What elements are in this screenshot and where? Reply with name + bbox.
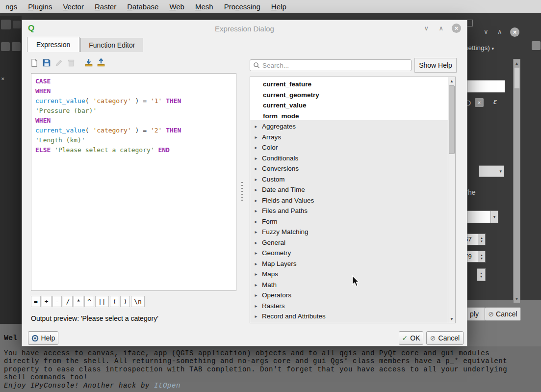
expand-arrow-icon[interactable]: ▸ <box>250 156 262 161</box>
function-group-arrays[interactable]: ▸Arrays <box>250 132 448 143</box>
menu-item-processing[interactable]: Processing <box>219 1 266 12</box>
scroll-up-icon[interactable]: ▲ <box>514 59 520 67</box>
expand-arrow-icon[interactable]: ▸ <box>250 177 262 182</box>
close-icon[interactable]: × <box>452 24 461 33</box>
dialog-titlebar[interactable]: Q Expression Dialog ∨ ∧ × <box>22 20 467 37</box>
expand-arrow-icon[interactable]: ▸ <box>250 271 262 277</box>
menu-item-vector[interactable]: Vector <box>57 1 89 12</box>
plugin-icon[interactable] <box>532 41 541 50</box>
tool-icon[interactable] <box>12 42 21 51</box>
expand-arrow-icon[interactable]: ▸ <box>250 303 262 309</box>
function-group-maps[interactable]: ▸Maps <box>250 269 448 280</box>
help-button[interactable]: Help <box>28 331 58 345</box>
ok-button[interactable]: ✓ OK <box>399 331 423 345</box>
operator-button-+[interactable]: + <box>42 296 52 307</box>
function-group-color[interactable]: ▸Color <box>250 142 448 153</box>
panel-splitter[interactable] <box>241 182 243 202</box>
scroll-down-icon[interactable]: ▼ <box>514 295 520 303</box>
bg-cancel-button[interactable]: ⊘Cancel <box>485 307 521 321</box>
expand-arrow-icon[interactable]: ▸ <box>250 166 262 171</box>
operator-button-)[interactable]: ) <box>120 296 130 307</box>
shade-icon[interactable]: ∨ <box>424 25 429 32</box>
function-group-string[interactable]: ▸String <box>250 322 448 324</box>
import-expression-button[interactable] <box>83 57 94 68</box>
tool-icon[interactable] <box>1 20 11 29</box>
unshade-icon[interactable]: ∧ <box>438 25 443 32</box>
function-group-operators[interactable]: ▸Operators <box>250 290 448 301</box>
search-box[interactable] <box>250 59 412 71</box>
spinner-arrows-icon[interactable]: ▴▾ <box>478 234 485 245</box>
bg-maximize-icon[interactable]: ∧ <box>497 28 502 35</box>
delete-expression-button[interactable] <box>66 57 77 68</box>
expand-arrow-icon[interactable]: ▸ <box>250 124 262 129</box>
expand-arrow-icon[interactable]: ▸ <box>250 240 262 245</box>
tab-expression[interactable]: Expression <box>27 37 79 52</box>
function-group-conversions[interactable]: ▸Conversions <box>250 163 448 174</box>
console-signature-link[interactable]: ItOpen <box>154 382 180 390</box>
spinner-arrows-icon[interactable]: ▴▾ <box>477 268 486 281</box>
scroll-down-icon[interactable]: ▼ <box>448 315 455 323</box>
export-expression-button[interactable] <box>96 57 106 68</box>
operator-button-^[interactable]: ^ <box>84 296 94 307</box>
bg-combo-box[interactable]: ▾ <box>479 165 504 177</box>
tool-icon[interactable] <box>13 21 21 28</box>
function-group-fuzzy-matching[interactable]: ▸Fuzzy Matching <box>250 227 448 237</box>
bg-minimize-icon[interactable]: ∨ <box>484 28 489 35</box>
chevron-down-icon[interactable]: ▾ <box>490 211 498 223</box>
menu-item-ngs[interactable]: ngs <box>0 1 23 12</box>
function-group-fields-and-values[interactable]: ▸Fields and Values <box>250 195 448 206</box>
function-group-record-and-attributes[interactable]: ▸Record and Attributes <box>250 311 448 322</box>
operator-button-/[interactable]: / <box>63 296 73 307</box>
function-group-general[interactable]: ▸General <box>250 237 448 248</box>
show-help-button[interactable]: Show Help <box>414 58 457 73</box>
expand-arrow-icon[interactable]: ▸ <box>250 145 262 150</box>
save-expression-button[interactable] <box>41 57 52 68</box>
menu-item-help[interactable]: Help <box>266 1 292 12</box>
expand-arrow-icon[interactable]: ▸ <box>250 292 262 298</box>
expand-arrow-icon[interactable]: ▸ <box>250 208 262 213</box>
new-expression-button[interactable] <box>29 57 40 68</box>
function-group-conditionals[interactable]: ▸Conditionals <box>250 153 448 164</box>
operator-button-\n[interactable]: \n <box>131 296 145 307</box>
expression-epsilon-button[interactable]: ε <box>493 97 497 106</box>
expand-arrow-icon[interactable]: ▸ <box>250 134 262 140</box>
expand-arrow-icon[interactable]: ▸ <box>250 314 262 319</box>
bg-scrollbar[interactable]: ▲ ▼ <box>513 59 520 303</box>
menu-item-raster[interactable]: Raster <box>89 1 122 12</box>
function-group-map-layers[interactable]: ▸Map Layers <box>250 259 448 269</box>
function-group-math[interactable]: ▸Math <box>250 280 448 290</box>
operator-button--[interactable]: - <box>52 296 62 307</box>
tab-function-editor[interactable]: Function Editor <box>80 38 143 52</box>
clear-icon[interactable]: × <box>475 98 484 107</box>
expand-arrow-icon[interactable]: ▸ <box>250 187 262 192</box>
edit-expression-button[interactable] <box>53 57 64 68</box>
scrollbar-thumb[interactable] <box>514 67 520 89</box>
expand-arrow-icon[interactable]: ▸ <box>250 250 262 256</box>
operator-button-||[interactable]: || <box>95 296 109 307</box>
function-group-files-and-paths[interactable]: ▸Files and Paths <box>250 206 448 216</box>
scroll-up-icon[interactable]: ▲ <box>448 77 455 85</box>
menu-item-plugins[interactable]: Plugins <box>23 1 57 12</box>
function-item-current-value[interactable]: current_value <box>250 100 448 111</box>
menu-item-database[interactable]: Database <box>122 1 164 12</box>
expand-arrow-icon[interactable]: ▸ <box>250 229 262 235</box>
spinner-arrows-icon[interactable]: ▴▾ <box>478 251 485 262</box>
expand-arrow-icon[interactable]: ▸ <box>250 219 262 224</box>
menu-item-web[interactable]: Web <box>164 1 190 12</box>
operator-button-=[interactable]: = <box>31 296 41 307</box>
expand-arrow-icon[interactable]: ▸ <box>250 261 262 266</box>
function-group-date-and-time[interactable]: ▸Date and Time <box>250 184 448 195</box>
menu-item-mesh[interactable]: Mesh <box>190 1 219 12</box>
expand-arrow-icon[interactable]: ▸ <box>250 282 262 287</box>
operator-button-([interactable]: ( <box>110 296 120 307</box>
function-group-custom[interactable]: ▸Custom <box>250 174 448 185</box>
function-group-rasters[interactable]: ▸Rasters <box>250 301 448 312</box>
scrollbar-thumb[interactable] <box>449 85 455 154</box>
function-group-form[interactable]: ▸Form <box>250 216 448 227</box>
function-list-scrollbar[interactable]: ▲ ▼ <box>448 77 455 323</box>
expression-editor[interactable]: CASEWHENcurrent_value( 'category' ) = '1… <box>31 73 236 291</box>
function-item-current-geometry[interactable]: current_geometry <box>250 90 448 101</box>
tool-icon[interactable] <box>1 42 10 51</box>
close-icon[interactable]: ✕ <box>1 77 5 81</box>
search-input[interactable] <box>262 62 408 69</box>
